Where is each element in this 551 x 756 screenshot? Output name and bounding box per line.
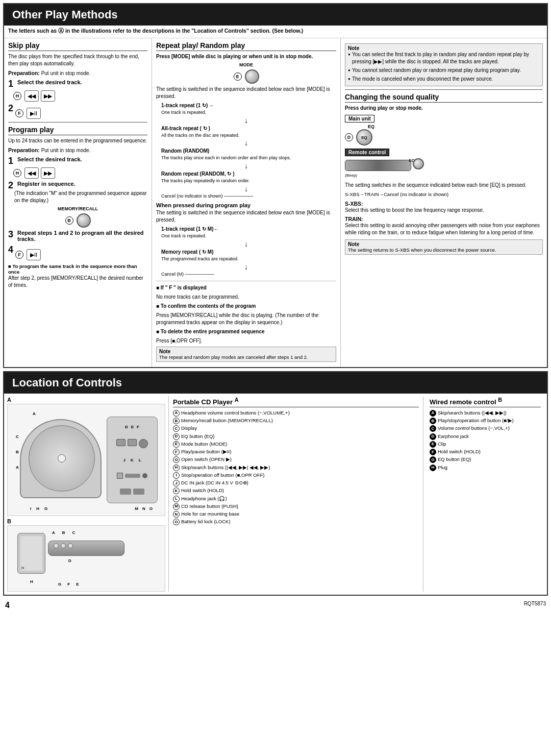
left-column: Skip play The disc plays from the specif… [4,38,152,367]
train-section: TRAIN: Select this setting to avoid anno… [345,216,543,236]
page-number: 4 [5,601,10,610]
location-title: Location of Controls [12,376,122,389]
wired-remote-b-mark: B [498,397,502,403]
remote-text-C: Volume control buttons (−,VOL,+) [438,425,510,432]
ctrl-letter-B: B [173,418,180,424]
btn-skip-fwd [133,489,144,495]
eq-knob-main: EQ [356,129,372,145]
delete-program: ■ To delete the entire programmed sequen… [156,328,336,335]
right-note-title: Note [348,45,540,51]
mode-random-repeat-desc: The tracks play repeatedly in random ord… [161,178,336,184]
model-number: RQT5873 [524,601,546,610]
ctrl-text-F: Play/pause button (▶II) [181,448,231,455]
bottom-labels: IHG [30,506,47,511]
location-of-controls-section: Location of Controls A [3,371,548,596]
main-unit-diagram: Main unit EQ D EQ [345,115,543,145]
remote-buttons-b [54,543,73,548]
remote-text-F: Hold switch (HOLD) [438,448,481,455]
b-label: B [16,450,19,454]
three-column-layout: Skip play The disc plays from the specif… [4,38,547,367]
s-xbs-section: S-XBS: Select this setting to boost the … [345,201,543,214]
player-body-main [20,419,102,498]
skip-play-section: Skip play The disc plays from the specif… [8,41,147,119]
right-column: Note You can select the first track to p… [341,38,547,367]
remote-eq-knob [413,158,424,169]
ctrl-letter-J: J [173,480,180,486]
mode-random-desc: The tracks play once each in random orde… [161,155,336,161]
mode-alltrack-desc: All the tracks on the disc are repeated. [161,133,336,139]
ctrl-text-I: Stop/operation off button (■,OPR OFF) [181,472,264,479]
mode-1track-desc: One track is repeated. [161,110,336,116]
top-btn-row [116,439,148,448]
arrow-down-1: ↓ [156,117,336,124]
control-item-O: O Battery lid lock (LOCK) [173,518,419,525]
mode-label-text: MODE [156,62,336,67]
location-diagrams: A D [7,397,165,592]
prog-step4-diagram: F ▶II [15,249,147,260]
skip-step2-diagram: F ▶II [15,108,147,119]
skip-buttons-diagram: ◀◀ ▶▶ [24,90,55,102]
remote-item-F: F Hold switch (HOLD) [430,448,541,455]
d-label: D [125,425,128,429]
remote-item-G: G EQ button (EQ) [430,456,541,463]
right-note-box: Note You can select the first track to p… [345,43,543,86]
prog-mode-cancel: Cancel (M) ───────── [161,272,336,278]
player-diagram-a: D E F JKL [15,409,158,511]
ctrl-text-B: Memory/recall button (MEMORY/RECALL) [181,417,273,424]
top-labels-row: D E F [125,425,139,429]
remote-letter-H: H [430,465,436,471]
page-wrapper: Other Play Methods The letters such as Ⓐ… [0,3,551,622]
control-item-I: I Stop/operation off button (■,OPR OFF) [173,472,419,479]
player-diagram-b: H ABC D GFE H [17,530,155,587]
device-diagram-a: D E F JKL [7,404,165,516]
ctrl-text-A: Headphone volume control buttons (−,VOLU… [181,409,290,417]
prog-step1: 1 Select the desired track. [8,156,147,165]
letter-f-icon: F [15,109,23,117]
remote-letter-F: F [430,449,436,455]
ctrl-text-C: Display [181,425,197,432]
portable-cd-title: Portable CD Player A [173,397,419,407]
ctrl-text-K: Hold switch (HOLD) [181,487,224,494]
skip-play-body: The disc plays from the specified track … [8,53,147,67]
mode-1track: 1-track repeat (1 ↻) ← [161,102,336,109]
right-note-bullet-1: You can select the first track to play i… [348,51,540,65]
jkl-label: JKL [123,458,141,462]
prog-mode-memory-desc: The programmed tracks are repeated. [161,256,336,262]
disc-circle [29,425,95,492]
section-title: Other Play Methods [12,8,118,21]
remote-text-H: Plug [438,464,447,471]
prog-mode-1track-desc: One track is repeated. [161,233,336,239]
letter-b-prog: B [65,216,73,225]
remote-item-E: E Clip [430,441,541,448]
control-item-B: B Memory/recall button (MEMORY/RECALL) [173,417,419,424]
btn-d [116,439,126,446]
ctrl-letter-A: A [173,410,180,417]
wired-remote-label: Wired remote control [430,398,496,406]
if-f-displayed: ■ If " F " is displayed [156,284,336,291]
confirm-contents: ■ To confirm the contents of the program [156,303,336,310]
train-desc: Select this setting to avoid annoying ot… [345,222,543,236]
other-play-methods-header: Other Play Methods [4,4,547,26]
beep-label: (Beep) [345,173,543,178]
skip-play-title: Skip play [8,41,147,51]
control-item-D: D EQ button (EQ) [173,433,419,440]
ctrl-text-M: CD release button (PUSH) [181,503,238,510]
b-h-label: H [30,579,33,584]
ctrl-letter-L: L [173,496,180,502]
program-play-title: Program play [8,126,147,135]
s-xbs-desc: Select this setting to boost the low fre… [345,207,543,214]
mid-note-title: Note [159,349,333,354]
prog-mode-memory: Memory repeat ( ↻ M) [161,249,336,255]
memory-btn-icon [77,213,91,228]
mode-seq-desc: The setting is switched in the sequence … [156,86,336,100]
ctrl-letter-H: H [173,465,180,471]
ctrl-letter-I: I [173,472,180,479]
remote-text-B: Play/stop/operation off button (■/▶) [438,417,514,424]
mid-note-text: The repeat and random play modes are can… [159,354,333,360]
wired-remote-title: Wired remote control B [430,397,541,407]
letter-h-icon: H [13,92,21,100]
control-item-N: N Hole for car mounting base [173,510,419,518]
prog-step1-diagram: H ◀◀ ▶▶ [13,167,147,179]
f-label-diag: F [137,425,139,429]
changing-sound-section: Changing the sound quality Press during … [345,93,543,255]
